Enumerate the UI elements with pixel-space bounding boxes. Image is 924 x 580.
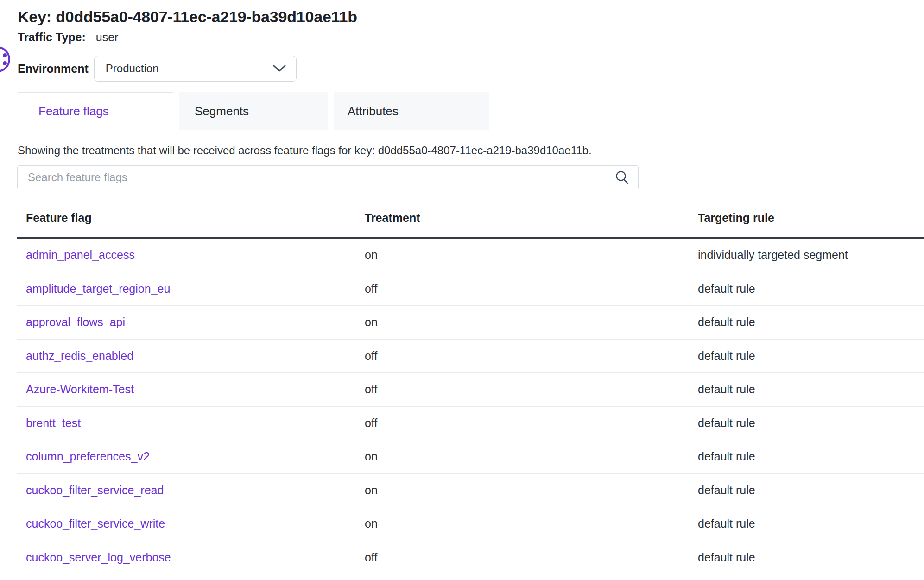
circle-dot-icon: [3, 53, 7, 57]
traffic-type-label: Traffic Type:: [18, 31, 86, 44]
table-row: authz_redis_enabled off default rule: [17, 340, 924, 373]
targeting-rule-value: default rule: [689, 517, 924, 530]
search-box: [17, 165, 639, 189]
targeting-rule-value: default rule: [689, 551, 924, 564]
feature-flag-link[interactable]: admin_panel_access: [17, 248, 355, 262]
targeting-rule-value: default rule: [689, 416, 924, 430]
table-row: admin_panel_access on individually targe…: [17, 239, 924, 272]
results-description: Showing the treatments that will be rece…: [18, 143, 924, 158]
environment-row: Environment Production: [18, 56, 924, 82]
targeting-rule-value: default rule: [689, 282, 924, 296]
table-row: column_preferences_v2 on default rule: [17, 440, 924, 474]
environment-label: Environment: [18, 62, 89, 76]
feature-flag-link[interactable]: Azure-Workitem-Test: [17, 383, 355, 396]
treatment-value: off: [355, 349, 689, 363]
table-row: cuckoo_filter_service_read on default ru…: [17, 474, 924, 508]
treatment-value: on: [355, 315, 689, 329]
search-icon[interactable]: [615, 170, 629, 184]
feature-flag-link[interactable]: column_preferences_v2: [17, 450, 355, 463]
treatment-value: off: [355, 383, 689, 396]
feature-flags-table: Feature flag Treatment Targeting rule ad…: [17, 189, 924, 574]
treatment-value: off: [355, 551, 689, 564]
traffic-type-row: Traffic Type:user: [18, 30, 924, 44]
header: Key: d0dd55a0-4807-11ec-a219-ba39d10ae11…: [0, 0, 924, 82]
feature-flag-link[interactable]: cuckoo_filter_service_write: [17, 517, 355, 530]
tab-segments[interactable]: Segments: [179, 92, 328, 130]
targeting-rule-value: default rule: [689, 315, 924, 329]
targeting-rule-value: default rule: [689, 349, 924, 363]
chevron-down-icon: [273, 65, 286, 72]
treatment-value: off: [355, 416, 689, 430]
feature-flag-link[interactable]: cuckoo_server_log_verbose: [17, 551, 355, 564]
table-row: brentt_test off default rule: [17, 407, 924, 441]
search-input[interactable]: [17, 165, 639, 189]
table-row: cuckoo_server_log_verbose off default ru…: [17, 541, 924, 575]
treatment-value: off: [355, 282, 689, 296]
treatment-value: on: [355, 517, 689, 530]
feature-flag-link[interactable]: approval_flows_api: [17, 315, 355, 329]
feature-flag-link[interactable]: amplitude_target_region_eu: [17, 282, 355, 296]
targeting-rule-value: default rule: [689, 484, 924, 497]
table-row: cuckoo_filter_service_write on default r…: [17, 507, 924, 541]
table-row: approval_flows_api on default rule: [17, 306, 924, 340]
table-row: amplitude_target_region_eu off default r…: [17, 272, 924, 306]
feature-flag-link[interactable]: brentt_test: [17, 416, 355, 430]
feature-flag-link[interactable]: cuckoo_filter_service_read: [17, 484, 355, 497]
treatment-value: on: [355, 484, 689, 497]
treatment-value: on: [355, 450, 689, 463]
targeting-rule-value: default rule: [689, 383, 924, 396]
environment-selected-value: Production: [106, 62, 159, 75]
table-header-treatment: Treatment: [355, 210, 689, 226]
targeting-rule-value: default rule: [689, 450, 924, 463]
attribution-debugger-page: Key: d0dd55a0-4807-11ec-a219-ba39d10ae11…: [0, 0, 924, 580]
targeting-rule-value: individually targeted segment: [689, 248, 924, 262]
table-header-feature-flag: Feature flag: [17, 210, 355, 226]
feature-flag-link[interactable]: authz_redis_enabled: [17, 349, 355, 363]
tab-bar-baseline: [0, 130, 18, 130]
table-header-targeting-rule: Targeting rule: [689, 210, 924, 226]
table-row: Azure-Workitem-Test off default rule: [17, 373, 924, 407]
treatment-value: on: [355, 248, 689, 262]
tab-bar: Feature flags Segments Attributes: [0, 92, 924, 130]
environment-select[interactable]: Production: [94, 56, 297, 82]
tab-feature-flags[interactable]: Feature flags: [18, 92, 173, 130]
traffic-type-value: user: [96, 31, 119, 44]
circle-dot-icon: [3, 61, 7, 65]
table-header-row: Feature flag Treatment Targeting rule: [17, 189, 924, 239]
tab-attributes[interactable]: Attributes: [334, 92, 489, 130]
page-title: Key: d0dd55a0-4807-11ec-a219-ba39d10ae11…: [18, 7, 924, 26]
